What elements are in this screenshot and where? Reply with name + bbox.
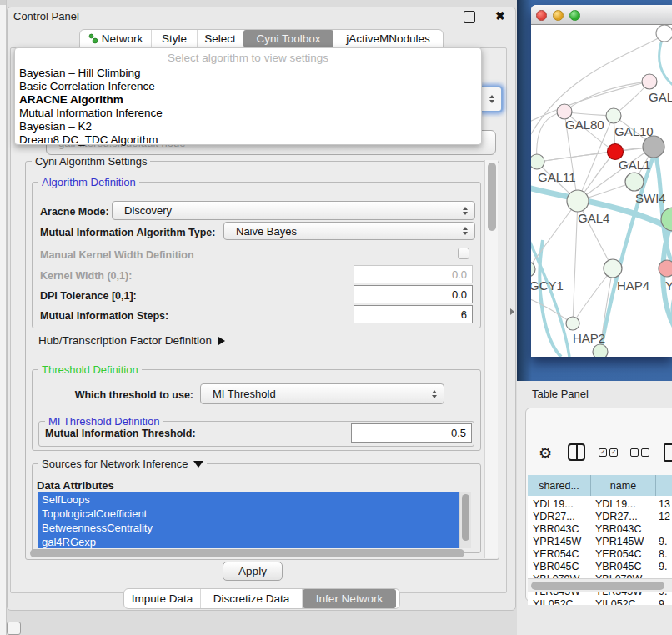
list-item[interactable]: SelfLoops bbox=[42, 493, 90, 506]
bottom-tabs: Impute Data Discretize Data Infer Networ… bbox=[123, 588, 400, 609]
node-bottom[interactable] bbox=[593, 344, 608, 357]
node-label: HAP4 bbox=[617, 278, 649, 292]
mi-steps-field[interactable]: 6 bbox=[354, 305, 473, 323]
mi-threshold-field[interactable]: 0.5 bbox=[351, 423, 472, 442]
hub-definition-toggle[interactable]: Hub/Transcription Factor Definition bbox=[38, 334, 225, 347]
select-all-columns-icon[interactable]: ✓✓ bbox=[599, 448, 618, 457]
network-view-window[interactable]: GAL GAL80 GAL10 GAL1 GAL11 SWI4 GAL4 GCY… bbox=[531, 5, 672, 357]
node-label: GAL11 bbox=[538, 170, 576, 184]
float-window-icon[interactable] bbox=[464, 11, 475, 22]
table-panel: Table Panel ⚙ ✓✓ shared... name YDL19...… bbox=[517, 381, 672, 635]
network-window-titlebar[interactable] bbox=[531, 5, 672, 25]
network-canvas[interactable]: GAL GAL80 GAL10 GAL1 GAL11 SWI4 GAL4 GCY… bbox=[531, 25, 672, 357]
control-panel-title: Control Panel bbox=[13, 10, 79, 22]
node-gal10[interactable] bbox=[606, 108, 621, 123]
table-row[interactable]: YIL052CYIL052C9. bbox=[528, 598, 667, 605]
sources-group-toggle[interactable]: Sources for Network Inference bbox=[38, 458, 207, 470]
node-label: HAP2 bbox=[573, 331, 605, 345]
page-icon[interactable] bbox=[664, 443, 672, 462]
dpi-tolerance-label: DPI Tolerance [0,1]: bbox=[40, 290, 137, 302]
list-item[interactable]: BetweennessCentrality bbox=[42, 522, 153, 534]
network-desktop: GAL GAL80 GAL10 GAL1 GAL11 SWI4 GAL4 GCY… bbox=[517, 0, 672, 381]
stepper-icon bbox=[489, 95, 494, 103]
node-hap4[interactable] bbox=[604, 259, 622, 278]
algorithm-dropdown-popup: Select algorithm to view settings Bayesi… bbox=[14, 48, 482, 145]
manual-kernel-checkbox[interactable] bbox=[458, 248, 469, 259]
node-label: GCY1 bbox=[531, 278, 564, 292]
node-gal1[interactable] bbox=[625, 172, 644, 191]
splitter-handle-icon[interactable] bbox=[510, 308, 514, 315]
stepper-icon bbox=[463, 227, 468, 235]
table-row[interactable]: YDR27...YDR27...12 bbox=[528, 511, 670, 523]
list-item[interactable]: TopologicalCoefficient bbox=[42, 508, 147, 520]
close-button[interactable] bbox=[536, 10, 547, 21]
tab-select[interactable]: Select bbox=[198, 30, 243, 48]
table-horizontal-scrollbar[interactable] bbox=[528, 578, 672, 592]
data-attributes-label: Data Attributes bbox=[37, 479, 114, 492]
kernel-width-label: Kernel Width (0,1): bbox=[40, 270, 132, 282]
expand-icon bbox=[218, 337, 225, 345]
algorithm-option[interactable]: Dream8 DC_TDC Algorithm bbox=[19, 133, 158, 146]
algorithm-option-selected[interactable]: ARACNE Algorithm bbox=[19, 93, 123, 106]
dropdown-placeholder: Select algorithm to view settings bbox=[15, 52, 481, 64]
table-row[interactable]: YPR145WYPR145W9. bbox=[528, 536, 667, 548]
node-gcy1[interactable] bbox=[531, 262, 535, 277]
algorithm-option[interactable]: Mutual Information Inference bbox=[19, 107, 163, 119]
algorithm-combobox-focused-edge[interactable] bbox=[482, 86, 503, 112]
node-partial-top[interactable] bbox=[656, 25, 672, 42]
node-gray[interactable] bbox=[643, 136, 664, 158]
kernel-width-field[interactable]: 0.0 bbox=[354, 265, 473, 283]
which-threshold-combobox[interactable]: MI Threshold bbox=[200, 383, 444, 404]
node-gal11[interactable] bbox=[531, 154, 544, 169]
table-row[interactable]: YBR045CYBR045C9. bbox=[528, 561, 667, 573]
node-label: GAL80 bbox=[565, 118, 604, 132]
split-columns-icon[interactable] bbox=[568, 443, 585, 461]
node-gal-pink[interactable] bbox=[642, 74, 657, 89]
tab-jactivemnodules[interactable]: jActiveMNodules bbox=[333, 30, 443, 48]
algorithm-option[interactable]: Basic Correlation Inference bbox=[19, 80, 155, 92]
list-item[interactable]: gal4RGexp bbox=[42, 536, 96, 548]
apply-button[interactable]: Apply bbox=[223, 562, 283, 581]
network-tab-icon bbox=[88, 33, 98, 44]
tab-discretize-data[interactable]: Discretize Data bbox=[201, 589, 303, 608]
tab-network[interactable]: Network bbox=[80, 30, 152, 48]
tab-style[interactable]: Style bbox=[152, 30, 198, 48]
column-header[interactable]: name bbox=[591, 475, 656, 496]
settings-vertical-scrollbar[interactable] bbox=[484, 160, 498, 558]
deselect-all-columns-icon[interactable] bbox=[630, 448, 649, 457]
close-icon[interactable]: ✖ bbox=[495, 9, 505, 22]
zoom-button[interactable] bbox=[569, 10, 580, 21]
table-row[interactable]: YDL19...YDL19...13 bbox=[528, 498, 670, 511]
data-attributes-list: SelfLoops TopologicalCoefficient Between… bbox=[38, 492, 459, 548]
tab-infer-network[interactable]: Infer Network bbox=[303, 589, 396, 608]
minimize-button[interactable] bbox=[553, 10, 564, 21]
left-edge-strip bbox=[0, 0, 7, 635]
table-row[interactable]: YER054CYER054C8. bbox=[528, 548, 667, 561]
mi-type-label: Mutual Information Algorithm Type: bbox=[40, 227, 215, 238]
node-hap2[interactable] bbox=[566, 317, 579, 330]
algorithm-option[interactable]: Bayesian – Hill Climbing bbox=[19, 67, 141, 79]
table-panel-title: Table Panel bbox=[532, 388, 589, 400]
algorithm-option[interactable]: Bayesian – K2 bbox=[19, 120, 92, 132]
attribute-list-scrollbar[interactable] bbox=[459, 492, 471, 548]
column-header[interactable] bbox=[656, 475, 672, 496]
tab-cyni-toolbox[interactable]: Cyni Toolbox bbox=[243, 30, 333, 48]
mi-steps-label: Mutual Information Steps: bbox=[40, 310, 168, 322]
table-panel-box: ⚙ ✓✓ shared... name YDL19...YDL19...13 Y… bbox=[525, 408, 672, 602]
settings-horizontal-scrollbar[interactable] bbox=[30, 549, 464, 558]
aracne-mode-combobox[interactable]: Discovery bbox=[112, 201, 475, 220]
column-header[interactable]: shared... bbox=[528, 475, 591, 496]
corner-panel-icon[interactable] bbox=[7, 622, 21, 635]
mi-type-combobox[interactable]: Naive Bayes bbox=[223, 222, 475, 240]
which-threshold-label: Which threshold to use: bbox=[67, 389, 193, 401]
node-label: GAL4 bbox=[578, 211, 609, 225]
threshold-definition-title: Threshold Definition bbox=[38, 363, 142, 376]
node-salmon[interactable] bbox=[659, 260, 672, 277]
dpi-tolerance-field[interactable]: 0.0 bbox=[354, 285, 473, 303]
aracne-mode-label: Aracne Mode: bbox=[40, 206, 109, 218]
gear-icon[interactable]: ⚙ bbox=[539, 446, 552, 461]
table-row[interactable]: YBR043CYBR043C bbox=[528, 523, 659, 536]
tab-impute-data[interactable]: Impute Data bbox=[124, 589, 201, 608]
collapse-icon bbox=[193, 461, 203, 468]
node-gal4[interactable] bbox=[567, 190, 589, 212]
